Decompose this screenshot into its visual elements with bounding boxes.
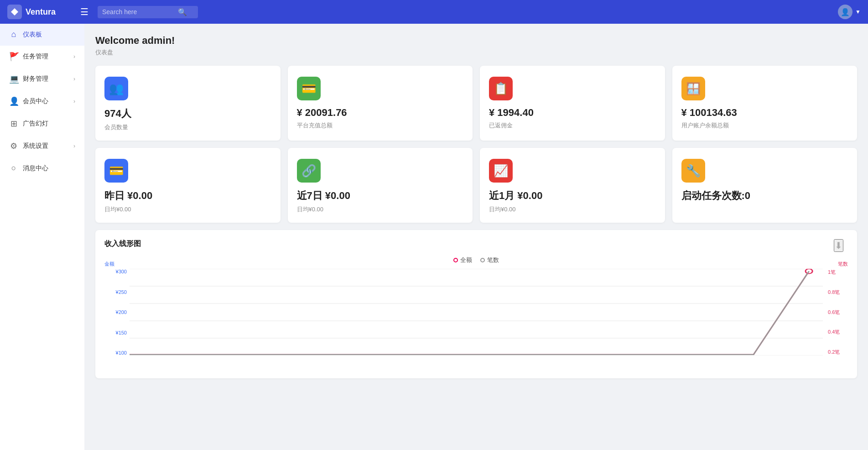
bell-icon: ○ [9,163,18,173]
card-label-balance: 用户账户余额总额 [681,121,848,130]
sidebar-label-task: 任务管理 [23,52,48,61]
rebate-icon: 📋 [489,77,513,100]
chevron-right-icon-3: › [73,98,75,105]
legend-label-amount: 全额 [460,256,472,264]
y-right-tick-1: 1笔 [828,269,836,276]
y-left-tick-3: ¥200 [116,309,127,315]
card-value-1month: 近1月 ¥0.00 [489,189,656,203]
y-axis-left: ¥300 ¥250 ¥200 ¥150 ¥100 [104,269,130,356]
card-7days: 🔗 近7日 ¥0.00 日均¥0.00 [288,148,473,223]
legend-amount: 全额 [453,256,472,264]
home-icon: ⌂ [9,30,18,39]
chart-legend: 全额 笔数 [104,256,848,264]
card-value-rebate: ¥ 1994.40 [489,107,656,119]
sidebar-item-settings[interactable]: ⚙ 系统设置 › [0,135,84,157]
y-right-tick-4: 0.4笔 [828,329,840,335]
card-yesterday: 💳 昨日 ¥0.00 日均¥0.00 [95,148,281,223]
hamburger-button[interactable]: ☰ [77,5,92,19]
logo-icon [7,5,22,19]
card-member-count: 👥 974人 会员数量 [95,66,281,141]
app-name: Ventura [26,7,56,17]
1month-icon: 📈 [489,159,513,183]
y-axis-right-title: 笔数 [838,261,848,267]
card-label-rebate: 已返佣金 [489,121,656,130]
card-user-balance: 🪟 ¥ 100134.63 用户账户余额总额 [672,66,858,141]
chevron-right-icon: › [73,53,75,60]
y-left-tick-4: ¥150 [116,330,127,335]
card-label-member: 会员数量 [104,123,271,131]
sidebar-item-finance[interactable]: 💻 财务管理 › [0,68,84,90]
card-value-balance: ¥ 100134.63 [681,107,848,119]
person-icon: 👤 [9,96,18,106]
sidebar-label-ad: 广告幻灯 [23,120,48,128]
laptop-icon: 💻 [9,74,18,84]
sidebar-label-settings: 系统设置 [23,142,48,150]
chart-svg [130,269,823,356]
y-left-tick-2: ¥250 [116,289,127,295]
y-axis-left-title: 金额 [104,261,114,267]
legend-count: 笔数 [480,256,499,264]
topnav: Ventura ☰ 🔍 👤 ▼ [0,0,868,24]
y-right-tick-2: 0.8笔 [828,289,840,296]
gear-icon: ⚙ [9,141,18,151]
y-right-tick-3: 0.6笔 [828,309,840,316]
svg-marker-0 [11,8,18,16]
sidebar-label-finance: 财务管理 [23,75,48,83]
user-menu[interactable]: 👤 ▼ [838,5,861,19]
card-label-1month: 日均¥0.00 [489,205,656,214]
page-title: Welcome admin! [95,35,857,47]
sidebar-item-task-management[interactable]: 🚩 任务管理 › [0,46,84,68]
balance-icon: 🪟 [681,77,705,100]
chart-plot [130,269,823,356]
task-icon: 🔧 [681,159,705,183]
search-button[interactable]: 🔍 [178,8,187,16]
sidebar-item-ad[interactable]: ⊞ 广告幻灯 [0,113,84,135]
chart-container: 金额 笔数 ¥300 ¥250 ¥200 ¥150 ¥100 1笔 0.8笔 0… [104,269,848,369]
legend-dot-amount [453,258,458,262]
recharge-icon: 💳 [297,77,321,100]
card-value-7days: 近7日 ¥0.00 [297,189,464,203]
legend-dot-count [480,258,485,262]
card-value-yesterday: 昨日 ¥0.00 [104,189,271,203]
card-label-7days: 日均¥0.00 [297,205,464,214]
logo: Ventura [7,5,71,19]
sidebar-label-message: 消息中心 [23,164,48,173]
chevron-down-icon: ▼ [855,9,861,15]
sidebar-label-dashboard: 仪表板 [23,31,42,39]
sidebar: ⌂ 仪表板 🚩 任务管理 › 💻 财务管理 › 👤 会员中心 › ⊞ 广告幻灯 … [0,24,84,450]
card-value-member: 974人 [104,107,271,120]
7days-icon: 🔗 [297,159,321,183]
grid-icon: ⊞ [9,119,18,129]
y-right-tick-5: 0.2笔 [828,349,840,356]
legend-label-count: 笔数 [487,256,499,264]
download-button[interactable]: ⬇ [834,239,843,252]
card-rebate: 📋 ¥ 1994.40 已返佣金 [480,66,665,141]
main-content: Welcome admin! 仪表盘 👥 974人 会员数量 💳 ¥ 20091… [84,24,868,450]
card-value-recharge: ¥ 20091.76 [297,107,464,119]
sidebar-label-member: 会员中心 [23,97,48,105]
card-task-launches: 🔧 启动任务次数:0 [672,148,858,223]
main-layout: ⌂ 仪表板 🚩 任务管理 › 💻 财务管理 › 👤 会员中心 › ⊞ 广告幻灯 … [0,24,868,450]
chart-title: 收入线形图 [104,239,848,249]
flag-icon: 🚩 [9,52,18,62]
svg-point-7 [806,269,812,274]
card-1month: 📈 近1月 ¥0.00 日均¥0.00 [480,148,665,223]
y-left-tick-1: ¥300 [116,269,127,274]
yesterday-icon: 💳 [104,159,128,183]
avatar: 👤 [838,5,852,19]
chevron-right-icon-2: › [73,76,75,82]
chevron-right-icon-4: › [73,143,75,149]
search-box: 🔍 [98,6,198,18]
breadcrumb: 仪表盘 [95,48,857,57]
y-axis-right: 1笔 0.8笔 0.6笔 0.4笔 0.2笔 [825,269,848,356]
search-input[interactable] [102,8,175,16]
stat-cards-row2: 💳 昨日 ¥0.00 日均¥0.00 🔗 近7日 ¥0.00 日均¥0.00 📈… [95,148,857,223]
member-icon: 👥 [104,77,128,100]
card-platform-recharge: 💳 ¥ 20091.76 平台充值总额 [288,66,473,141]
stat-cards-row1: 👥 974人 会员数量 💳 ¥ 20091.76 平台充值总额 📋 ¥ 1994… [95,66,857,141]
sidebar-item-member[interactable]: 👤 会员中心 › [0,90,84,113]
sidebar-item-dashboard[interactable]: ⌂ 仪表板 [0,24,84,46]
chart-section: 收入线形图 ⬇ 全额 笔数 金额 笔数 ¥300 [95,230,857,378]
card-label-recharge: 平台充值总额 [297,121,464,130]
sidebar-item-message[interactable]: ○ 消息中心 [0,157,84,179]
